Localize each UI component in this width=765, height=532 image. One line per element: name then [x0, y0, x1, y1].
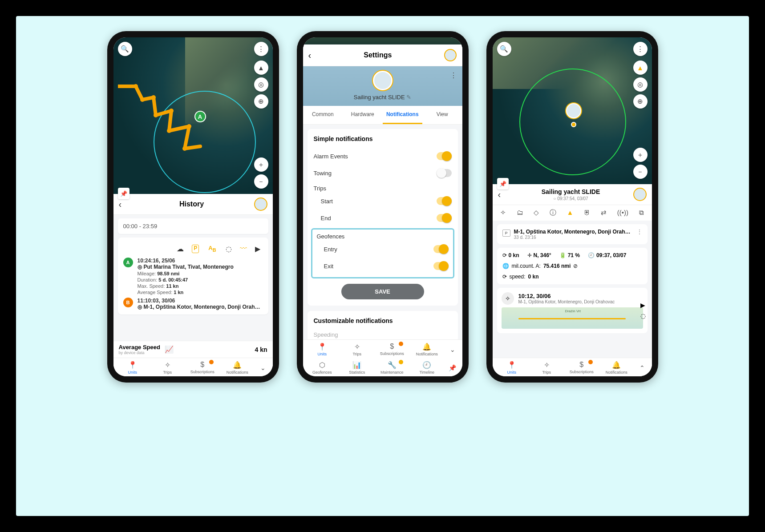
compass-icon[interactable]: ▲: [254, 60, 268, 75]
compass-icon[interactable]: ▲: [633, 60, 648, 75]
zoom-in-icon[interactable]: ＋: [254, 157, 268, 172]
map-view[interactable]: A 🔍 ⋮ ▲ ◎ ⊕ ＋ －: [113, 37, 273, 194]
edit-icon[interactable]: ✎: [406, 94, 411, 101]
nav-subscriptions[interactable]: $Subscriptions: [564, 361, 599, 375]
metric-battery: 🔋71 %: [559, 252, 580, 258]
phone-settings: ‹ Settings ⋮ Sailing yacht SLIDE ✎ Commo…: [297, 31, 469, 383]
search-icon[interactable]: 🔍: [118, 42, 132, 56]
card-more-icon[interactable]: ⋮: [637, 229, 642, 235]
panel-title: Sailing yacht SLIDE: [509, 188, 633, 195]
location-address: M-1, Opština Kotor, Montenegro, Donji Or…: [514, 229, 633, 235]
nav-units[interactable]: 📍Units: [305, 343, 340, 356]
row-towing: Towing: [314, 170, 332, 177]
ab-icon[interactable]: AB: [207, 245, 217, 253]
event-card[interactable]: ✧ 10:12, 30/06 M-1, Opština Kotor, Monte…: [497, 288, 648, 333]
nav-trips[interactable]: ✧Trips: [340, 343, 375, 356]
detail-toolbar: ✧ 🗂 ◇ ⓘ ▲ ⛨ ⇄ ((•)) ⧉: [493, 205, 652, 221]
nav-collapse-icon[interactable]: ⌄: [445, 343, 461, 356]
tab-view[interactable]: View: [422, 106, 462, 124]
map-view[interactable]: 🔍 ⋮ ▲ ◎ ⊕ ＋ －: [493, 37, 652, 184]
nav-units[interactable]: 📍Units: [494, 361, 530, 375]
card-icon[interactable]: 🗂: [517, 209, 523, 217]
geofence-highlight: Geofences Entry Exit: [311, 228, 454, 278]
toggle-geo-entry[interactable]: [433, 245, 449, 253]
trips-icon[interactable]: ✧: [500, 209, 506, 217]
unit-avatar[interactable]: [633, 188, 647, 201]
nav-notifications[interactable]: 🔔Notifications: [220, 361, 255, 375]
nav-timeline[interactable]: 🕘Timeline: [409, 361, 445, 375]
nav-expand-icon[interactable]: ⌃: [634, 361, 650, 375]
row-trip-start: Start: [321, 198, 333, 205]
center-icon[interactable]: ◎: [633, 77, 648, 92]
pin-icon[interactable]: 📌: [118, 188, 130, 199]
device-icon[interactable]: ⧉: [639, 209, 644, 217]
signal-icon[interactable]: ((•)): [617, 209, 628, 217]
toggle-trip-start[interactable]: [437, 197, 452, 205]
nav-notifications[interactable]: 🔔Notifications: [599, 361, 634, 375]
back-button[interactable]: ‹: [308, 50, 312, 60]
tab-hardware[interactable]: Hardware: [343, 106, 383, 124]
nav-trips[interactable]: ✧Trips: [529, 361, 564, 375]
nav-subscriptions[interactable]: $Subscriptions: [375, 343, 410, 356]
zoom-out-icon[interactable]: －: [633, 165, 648, 179]
back-button[interactable]: ‹: [498, 189, 509, 200]
nav-geofences[interactable]: ⬡Geofences: [305, 361, 340, 375]
shield-icon[interactable]: ⛨: [584, 209, 591, 217]
transfer-icon[interactable]: ⇄: [601, 209, 607, 217]
unit-avatar[interactable]: [444, 49, 457, 61]
more-icon[interactable]: ⋮: [633, 42, 648, 56]
info-icon[interactable]: ⓘ: [550, 209, 556, 217]
event-target-icon[interactable]: ◌: [640, 312, 646, 319]
more-icon[interactable]: ⋮: [254, 42, 268, 56]
unit-header: ‹ Settings ⋮ Sailing yacht SLIDE ✎: [303, 44, 462, 106]
location-card[interactable]: P M-1, Opština Kotor, Montenegro, Donji …: [497, 224, 648, 244]
metric-heading: ✛N, 346°: [527, 252, 551, 258]
tab-common[interactable]: Common: [303, 106, 343, 124]
locate-icon[interactable]: ⊕: [254, 94, 268, 109]
event-play-icon[interactable]: ▶: [640, 302, 646, 309]
toggle-alarm[interactable]: [437, 152, 452, 160]
save-button[interactable]: SAVE: [341, 284, 424, 299]
unit-avatar[interactable]: [254, 197, 267, 211]
time-range-input[interactable]: 00:00 - 23:59: [118, 218, 268, 234]
more-icon[interactable]: ⋮: [450, 71, 457, 80]
locate-icon[interactable]: ⊕: [633, 94, 648, 109]
toggle-towing[interactable]: [437, 169, 452, 177]
zoom-in-icon[interactable]: ＋: [633, 148, 648, 162]
geofence-icon[interactable]: ◇: [534, 209, 539, 217]
nav-units[interactable]: 📍Units: [115, 361, 150, 375]
nav-maintenance[interactable]: 🔧Maintenance: [375, 361, 410, 375]
nav-notifications[interactable]: 🔔Notifications: [409, 343, 445, 356]
panel-header: 📌 ‹ Sailing yacht SLIDE ○ 09:37:54, 03/0…: [493, 184, 652, 205]
unit-marker[interactable]: [566, 103, 581, 118]
unit-name: Sailing yacht SLIDE: [354, 94, 405, 101]
nav-arrow-icon[interactable]: ▲: [567, 209, 573, 217]
nav-statistics[interactable]: 📊Statistics: [340, 361, 375, 375]
point-b-time: 11:10:03, 30/06: [138, 298, 263, 304]
toggle-geo-exit[interactable]: [433, 262, 449, 270]
chart-icon[interactable]: 〰: [240, 245, 247, 253]
center-icon[interactable]: ◎: [254, 77, 268, 92]
settings-tabs: Common Hardware Notifications View: [303, 106, 462, 125]
back-button[interactable]: ‹: [119, 199, 130, 210]
nav-trips[interactable]: ✧Trips: [150, 361, 185, 375]
nav-expand-icon[interactable]: ⌄: [255, 361, 271, 375]
play-icon[interactable]: ▶: [255, 245, 260, 253]
tab-notifications[interactable]: Notifications: [383, 106, 423, 124]
cloud-icon[interactable]: ☁: [177, 245, 184, 253]
svg-point-1: [140, 97, 145, 102]
event-minimap: Dražin Vrt: [502, 307, 643, 329]
marker-a[interactable]: A: [194, 111, 206, 122]
unit-avatar-large[interactable]: [373, 71, 393, 90]
svg-point-6: [187, 124, 191, 129]
nav-subscriptions[interactable]: $Subscriptions: [185, 361, 220, 375]
zoom-out-icon[interactable]: －: [254, 174, 268, 189]
toggle-trip-end[interactable]: [437, 214, 452, 222]
target-icon[interactable]: ◌: [226, 245, 232, 253]
parking-icon[interactable]: P: [192, 245, 199, 253]
track-path: [118, 73, 229, 166]
row-speeding: Speeding: [314, 330, 452, 339]
pin-icon[interactable]: 📌: [497, 178, 509, 189]
nav-pin-icon[interactable]: 📌: [445, 361, 461, 375]
search-icon[interactable]: 🔍: [497, 42, 511, 56]
